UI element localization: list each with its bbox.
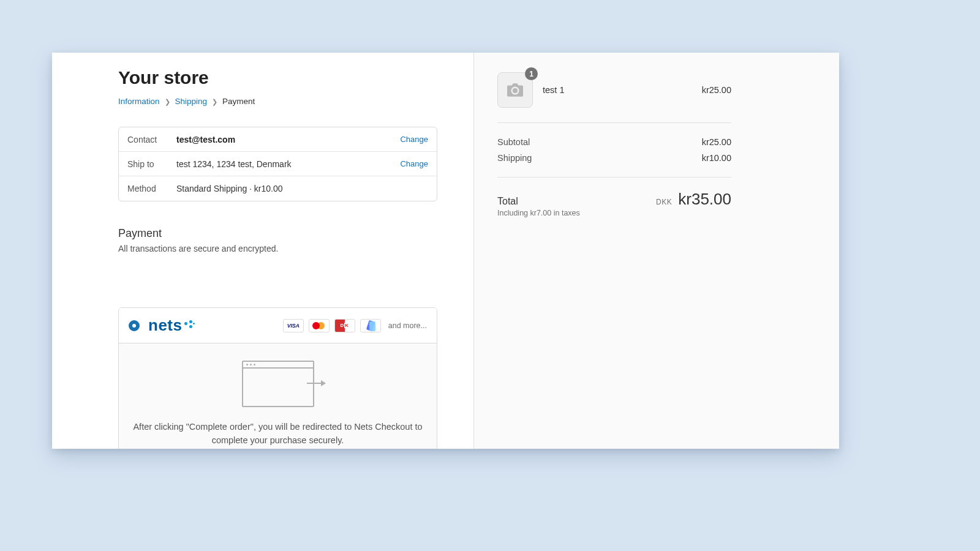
main-pane: Your store Information ❯ Shipping ❯ Paym… xyxy=(52,53,473,449)
review-contact-row: Contact test@test.com Change xyxy=(119,127,437,152)
payment-card-icons: VISA DK and more... xyxy=(283,319,427,332)
subtotal-row: Subtotal kr25.00 xyxy=(497,134,731,150)
total-label: Total xyxy=(497,196,580,207)
payment-method-box: nets VISA DK and more... xyxy=(118,307,437,449)
redirect-illustration-icon xyxy=(242,361,314,407)
total-amount: kr35.00 xyxy=(678,190,731,209)
radio-selected-icon[interactable] xyxy=(129,320,140,331)
total-row: Total Including kr7.00 in taxes DKK kr35… xyxy=(497,178,731,217)
shipping-label: Shipping xyxy=(497,153,532,163)
payment-subtext: All transactions are secure and encrypte… xyxy=(118,244,438,253)
review-method-row: Method Standard Shipping · kr10.00 xyxy=(119,176,437,201)
nets-logo: nets xyxy=(148,316,195,335)
visa-icon: VISA xyxy=(283,319,304,332)
mastercard-icon xyxy=(309,319,330,332)
nets-logo-text: nets xyxy=(148,316,182,335)
breadcrumb-information[interactable]: Information xyxy=(118,97,160,106)
camera-icon xyxy=(507,83,523,97)
product-thumb-wrap: 1 xyxy=(497,72,533,108)
method-value: Standard Shipping · kr10.00 xyxy=(176,184,428,193)
contact-value: test@test.com xyxy=(176,135,400,144)
total-currency: DKK xyxy=(656,198,672,206)
nets-dots-icon xyxy=(184,320,195,331)
shipto-label: Ship to xyxy=(127,159,176,169)
product-price: kr25.00 xyxy=(702,85,731,95)
breadcrumb: Information ❯ Shipping ❯ Payment xyxy=(118,97,438,106)
breadcrumb-payment: Payment xyxy=(222,97,255,106)
summary-rows: Subtotal kr25.00 Shipping kr10.00 xyxy=(497,123,731,177)
dankort-icon: DK xyxy=(334,319,355,332)
product-name: test 1 xyxy=(543,85,564,95)
method-label: Method xyxy=(127,184,176,193)
total-tax-line: Including kr7.00 in taxes xyxy=(497,209,580,217)
chevron-right-icon: ❯ xyxy=(212,99,217,105)
breadcrumb-shipping[interactable]: Shipping xyxy=(175,97,208,106)
chevron-right-icon: ❯ xyxy=(165,99,170,105)
checkout-window: Your store Information ❯ Shipping ❯ Paym… xyxy=(52,53,839,449)
mobilepay-icon xyxy=(360,319,381,332)
shipping-row: Shipping kr10.00 xyxy=(497,150,731,166)
shipto-value: test 1234, 1234 test, Denmark xyxy=(176,159,400,169)
subtotal-value: kr25.00 xyxy=(702,137,731,147)
cart-line-item: 1 test 1 kr25.00 xyxy=(497,70,731,122)
change-shipto-link[interactable]: Change xyxy=(400,159,428,168)
subtotal-label: Subtotal xyxy=(497,137,530,147)
change-contact-link[interactable]: Change xyxy=(400,135,428,144)
store-title: Your store xyxy=(118,67,438,88)
and-more-label: and more... xyxy=(388,321,427,330)
review-shipto-row: Ship to test 1234, 1234 test, Denmark Ch… xyxy=(119,152,437,176)
shipping-value: kr10.00 xyxy=(702,153,731,163)
order-summary-pane: 1 test 1 kr25.00 Subtotal kr25.00 Shippi… xyxy=(473,53,839,449)
payment-method-header[interactable]: nets VISA DK and more... xyxy=(119,308,437,343)
contact-label: Contact xyxy=(127,135,176,144)
quantity-badge: 1 xyxy=(525,67,538,80)
payment-heading: Payment xyxy=(118,227,438,240)
redirect-text: After clicking "Complete order", you wil… xyxy=(131,421,424,448)
review-box: Contact test@test.com Change Ship to tes… xyxy=(118,127,437,201)
payment-method-body: After clicking "Complete order", you wil… xyxy=(119,343,437,449)
